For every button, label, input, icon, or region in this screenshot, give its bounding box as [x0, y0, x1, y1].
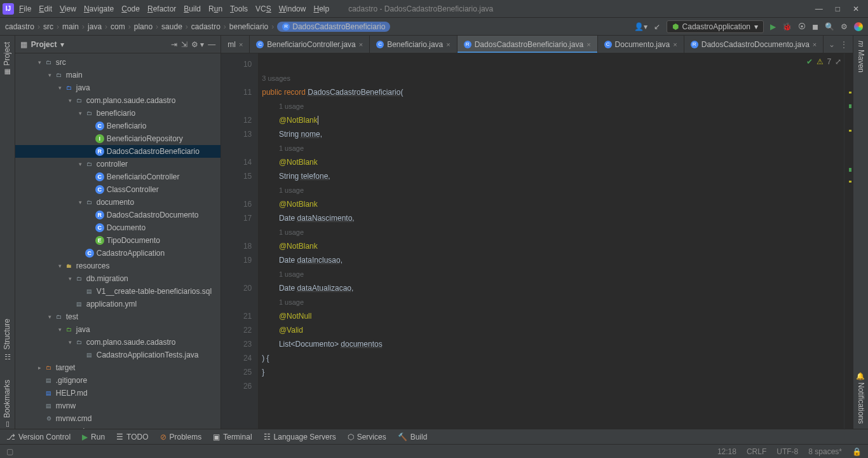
status-encoding[interactable]: UTF-8 — [776, 447, 798, 456]
tab-beneficiario-controller[interactable]: CBeneficiarioController.java× — [250, 36, 370, 53]
bc-java[interactable]: java — [88, 22, 102, 31]
bc-main[interactable]: main — [62, 22, 79, 31]
tree-package[interactable]: ▾🗀com.plano.saude.cadastro — [15, 94, 220, 107]
tool-structure[interactable]: ☷ Structure — [3, 319, 11, 361]
tree-tipo-documento[interactable]: ETipoDocumento — [15, 234, 220, 247]
tree-test[interactable]: ▾🗀test — [15, 310, 220, 323]
menu-vcs[interactable]: VCS — [255, 4, 271, 13]
menu-refactor[interactable]: Refactor — [147, 4, 176, 13]
tree-help-md[interactable]: ▤HELP.md — [15, 387, 220, 399]
tree-documento-pkg[interactable]: ▾🗀documento — [15, 196, 220, 209]
tool-project[interactable]: ▦ Project — [3, 42, 11, 76]
tree-dados-cadastro-documento[interactable]: RDadosCadastroDocumento — [15, 209, 220, 221]
close-icon[interactable]: × — [673, 41, 677, 48]
tab-ml[interactable]: ml× — [221, 36, 250, 53]
tool-language-servers[interactable]: ☷Language Servers — [264, 433, 336, 441]
menu-run[interactable]: Run — [208, 4, 222, 13]
tab-dados-cadastro-documento[interactable]: RDadosCadastroDocumento.java× — [684, 36, 824, 53]
menu-build[interactable]: Build — [184, 4, 201, 13]
project-tree[interactable]: ▾🗀src ▾🗀main ▾🗀java ▾🗀com.plano.saude.ca… — [15, 53, 220, 429]
tree-class-controller[interactable]: CClassController — [15, 183, 220, 196]
debug-button[interactable]: 🐞 — [782, 22, 792, 31]
select-opened-icon[interactable]: ⇥ — [171, 40, 177, 49]
tree-java[interactable]: ▾🗀java — [15, 81, 220, 94]
run-config-selector[interactable]: ⬢ CadastroApplication ▾ — [667, 20, 764, 33]
tree-cadastro-application[interactable]: CCadastroApplication — [15, 247, 220, 260]
menu-code[interactable]: Code — [121, 4, 140, 13]
close-icon[interactable]: × — [587, 41, 590, 48]
menu-view[interactable]: View — [60, 4, 76, 13]
run-button[interactable]: ▶ — [770, 22, 776, 31]
tree-resources[interactable]: ▾🖿resources — [15, 260, 220, 272]
editor-inspection-status[interactable]: ✔ ⚠7 ⤢ — [806, 57, 842, 66]
status-indent[interactable]: 8 spaces* — [808, 447, 842, 456]
colorwheel-icon[interactable] — [854, 22, 863, 31]
menu-navigate[interactable]: Navigate — [84, 4, 114, 13]
maximize-icon[interactable]: □ — [836, 4, 840, 13]
status-caret-pos[interactable]: 12:18 — [717, 447, 736, 456]
bc-com[interactable]: com — [111, 22, 125, 31]
tree-mvnw-cmd[interactable]: ⚙mvnw.cmd — [15, 412, 220, 425]
code-content[interactable]: 3 usages public record DadosCadastroBene… — [258, 53, 853, 429]
tree-beneficiario-pkg[interactable]: ▾🗀beneficiario — [15, 107, 220, 120]
status-icon[interactable]: ▢ — [6, 447, 13, 456]
project-view-icon[interactable]: ▦ — [20, 40, 27, 49]
tool-run[interactable]: ▶Run — [82, 433, 105, 441]
menu-help[interactable]: Help — [313, 4, 329, 13]
stop-button[interactable]: ◼ — [812, 22, 818, 31]
tree-documento-class[interactable]: CDocumento — [15, 221, 220, 234]
gear-icon[interactable]: ⚙ ▾ — [191, 40, 204, 49]
bc-cadastro[interactable]: cadastro — [5, 22, 34, 31]
menu-tools[interactable]: Tools — [230, 4, 248, 13]
tree-sql-file[interactable]: ▤V1__create-table-beneficiarios.sql — [15, 285, 220, 298]
bc-current[interactable]: RDadosCadastroBeneficiario — [277, 22, 390, 32]
coverage-button[interactable]: ⦿ — [798, 22, 806, 31]
hide-icon[interactable]: — — [208, 40, 215, 49]
tool-todo[interactable]: ☰TODO — [116, 433, 148, 441]
expand-all-icon[interactable]: ⇲ — [181, 40, 187, 49]
bc-beneficiario[interactable]: beneficiario — [229, 22, 268, 31]
gear-icon[interactable]: ⚙ — [841, 22, 848, 31]
tab-beneficiario[interactable]: CBeneficiario.java× — [370, 36, 458, 53]
tool-build[interactable]: 🔨Build — [398, 433, 428, 441]
menu-window[interactable]: Window — [279, 4, 306, 13]
editor-body[interactable]: ✔ ⚠7 ⤢ 10 11 12 13 14 15 16 17 18 19 20 … — [221, 53, 853, 429]
tree-dados-cadastro-beneficiario[interactable]: RDadosCadastroBeneficiario — [15, 145, 220, 158]
tree-beneficiario-repo[interactable]: IBeneficiarioRepository — [15, 132, 220, 145]
more-icon[interactable]: ⋮ — [840, 40, 848, 49]
chevron-down-icon[interactable]: ⌄ — [829, 40, 835, 49]
user-icon[interactable]: 👤▾ — [634, 22, 648, 31]
tree-application-yml[interactable]: ▤application.yml — [15, 298, 220, 310]
tab-documento[interactable]: CDocumento.java× — [598, 36, 684, 53]
bc-src[interactable]: src — [43, 22, 53, 31]
menu-edit[interactable]: Edit — [39, 4, 52, 13]
tree-src[interactable]: ▾🗀src — [15, 56, 220, 69]
readonly-toggle-icon[interactable]: 🔒 — [852, 447, 862, 456]
tree-beneficiario-class[interactable]: CBeneficiario — [15, 120, 220, 132]
expand-icon[interactable]: ⤢ — [835, 57, 841, 66]
tree-test-java[interactable]: ▾🗀java — [15, 323, 220, 336]
update-icon[interactable]: ↙ — [654, 22, 660, 31]
bc-cadastro2[interactable]: cadastro — [191, 22, 220, 31]
close-icon[interactable]: × — [446, 41, 450, 48]
search-icon[interactable]: 🔍 — [825, 22, 834, 31]
close-icon[interactable]: × — [813, 41, 817, 48]
minimize-icon[interactable]: — — [815, 4, 823, 13]
bc-saude[interactable]: saude — [161, 22, 182, 31]
close-icon[interactable]: × — [239, 41, 243, 48]
tree-controller-pkg[interactable]: ▾🗀controller — [15, 158, 220, 170]
tree-gitignore[interactable]: ▤.gitignore — [15, 374, 220, 387]
chevron-down-icon[interactable]: ▾ — [60, 40, 64, 49]
editor-gutter[interactable]: 10 11 12 13 14 15 16 17 18 19 20 21 22 2… — [221, 53, 258, 429]
tree-test-package[interactable]: ▾🗀com.plano.saude.cadastro — [15, 336, 220, 349]
bc-plano[interactable]: plano — [134, 22, 153, 31]
close-icon[interactable]: × — [359, 41, 363, 48]
tree-main[interactable]: ▾🗀main — [15, 69, 220, 81]
editor-scrollbar[interactable] — [844, 53, 853, 429]
tree-mvnw[interactable]: ▤mvnw — [15, 399, 220, 412]
project-panel-title[interactable]: Project — [31, 40, 57, 49]
tool-maven[interactable]: m Maven — [857, 41, 865, 73]
tree-beneficiario-controller[interactable]: CBeneficiarioController — [15, 170, 220, 183]
tab-dados-cadastro-beneficiario[interactable]: RDadosCadastroBeneficiario.java× — [458, 36, 598, 53]
status-line-sep[interactable]: CRLF — [747, 447, 766, 456]
